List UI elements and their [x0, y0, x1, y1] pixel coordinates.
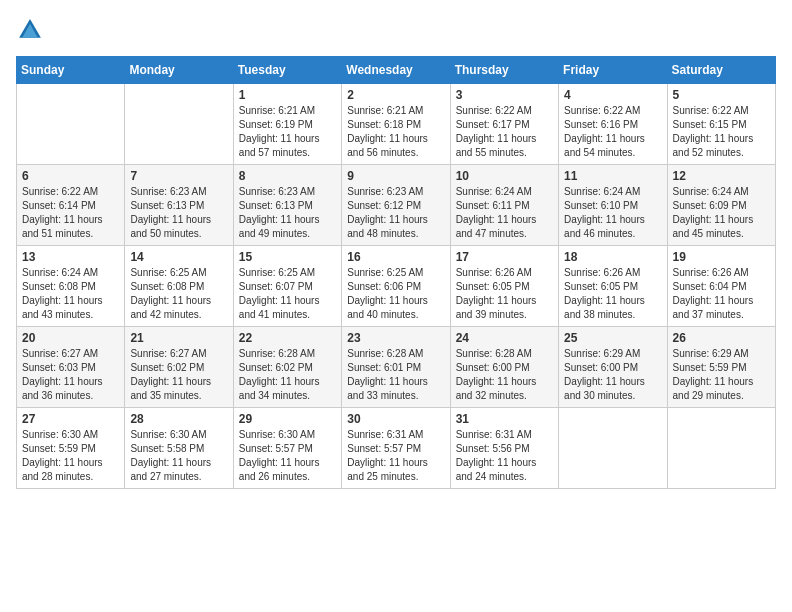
calendar-cell: 18Sunrise: 6:26 AM Sunset: 6:05 PM Dayli…: [559, 246, 667, 327]
day-number: 20: [22, 331, 119, 345]
day-info: Sunrise: 6:31 AM Sunset: 5:57 PM Dayligh…: [347, 428, 444, 484]
day-info: Sunrise: 6:26 AM Sunset: 6:05 PM Dayligh…: [564, 266, 661, 322]
day-number: 17: [456, 250, 553, 264]
day-number: 1: [239, 88, 336, 102]
calendar-cell: [17, 84, 125, 165]
calendar-cell: 12Sunrise: 6:24 AM Sunset: 6:09 PM Dayli…: [667, 165, 775, 246]
calendar-cell: 30Sunrise: 6:31 AM Sunset: 5:57 PM Dayli…: [342, 408, 450, 489]
day-info: Sunrise: 6:21 AM Sunset: 6:18 PM Dayligh…: [347, 104, 444, 160]
day-number: 25: [564, 331, 661, 345]
calendar-cell: 13Sunrise: 6:24 AM Sunset: 6:08 PM Dayli…: [17, 246, 125, 327]
calendar-cell: 9Sunrise: 6:23 AM Sunset: 6:12 PM Daylig…: [342, 165, 450, 246]
weekday-header-saturday: Saturday: [667, 57, 775, 84]
calendar-table: SundayMondayTuesdayWednesdayThursdayFrid…: [16, 56, 776, 489]
day-info: Sunrise: 6:24 AM Sunset: 6:11 PM Dayligh…: [456, 185, 553, 241]
week-row-5: 27Sunrise: 6:30 AM Sunset: 5:59 PM Dayli…: [17, 408, 776, 489]
day-number: 22: [239, 331, 336, 345]
weekday-header-tuesday: Tuesday: [233, 57, 341, 84]
day-number: 9: [347, 169, 444, 183]
calendar-cell: 2Sunrise: 6:21 AM Sunset: 6:18 PM Daylig…: [342, 84, 450, 165]
day-info: Sunrise: 6:23 AM Sunset: 6:13 PM Dayligh…: [239, 185, 336, 241]
calendar-cell: [667, 408, 775, 489]
day-info: Sunrise: 6:24 AM Sunset: 6:09 PM Dayligh…: [673, 185, 770, 241]
calendar-cell: 26Sunrise: 6:29 AM Sunset: 5:59 PM Dayli…: [667, 327, 775, 408]
calendar-cell: [559, 408, 667, 489]
day-info: Sunrise: 6:31 AM Sunset: 5:56 PM Dayligh…: [456, 428, 553, 484]
day-number: 29: [239, 412, 336, 426]
day-number: 15: [239, 250, 336, 264]
calendar-cell: 27Sunrise: 6:30 AM Sunset: 5:59 PM Dayli…: [17, 408, 125, 489]
day-info: Sunrise: 6:28 AM Sunset: 6:01 PM Dayligh…: [347, 347, 444, 403]
day-info: Sunrise: 6:24 AM Sunset: 6:08 PM Dayligh…: [22, 266, 119, 322]
calendar-cell: 14Sunrise: 6:25 AM Sunset: 6:08 PM Dayli…: [125, 246, 233, 327]
weekday-header-thursday: Thursday: [450, 57, 558, 84]
calendar-cell: 22Sunrise: 6:28 AM Sunset: 6:02 PM Dayli…: [233, 327, 341, 408]
day-info: Sunrise: 6:25 AM Sunset: 6:06 PM Dayligh…: [347, 266, 444, 322]
calendar-cell: 19Sunrise: 6:26 AM Sunset: 6:04 PM Dayli…: [667, 246, 775, 327]
day-number: 19: [673, 250, 770, 264]
day-info: Sunrise: 6:28 AM Sunset: 6:02 PM Dayligh…: [239, 347, 336, 403]
calendar-cell: 4Sunrise: 6:22 AM Sunset: 6:16 PM Daylig…: [559, 84, 667, 165]
page-header: [16, 16, 776, 44]
weekday-header-sunday: Sunday: [17, 57, 125, 84]
calendar-cell: 3Sunrise: 6:22 AM Sunset: 6:17 PM Daylig…: [450, 84, 558, 165]
calendar-cell: [125, 84, 233, 165]
day-number: 31: [456, 412, 553, 426]
weekday-header-wednesday: Wednesday: [342, 57, 450, 84]
day-info: Sunrise: 6:22 AM Sunset: 6:15 PM Dayligh…: [673, 104, 770, 160]
calendar-cell: 11Sunrise: 6:24 AM Sunset: 6:10 PM Dayli…: [559, 165, 667, 246]
calendar-cell: 17Sunrise: 6:26 AM Sunset: 6:05 PM Dayli…: [450, 246, 558, 327]
day-info: Sunrise: 6:30 AM Sunset: 5:58 PM Dayligh…: [130, 428, 227, 484]
day-number: 11: [564, 169, 661, 183]
day-info: Sunrise: 6:23 AM Sunset: 6:13 PM Dayligh…: [130, 185, 227, 241]
day-number: 14: [130, 250, 227, 264]
day-info: Sunrise: 6:29 AM Sunset: 6:00 PM Dayligh…: [564, 347, 661, 403]
day-info: Sunrise: 6:25 AM Sunset: 6:07 PM Dayligh…: [239, 266, 336, 322]
calendar-cell: 5Sunrise: 6:22 AM Sunset: 6:15 PM Daylig…: [667, 84, 775, 165]
calendar-cell: 8Sunrise: 6:23 AM Sunset: 6:13 PM Daylig…: [233, 165, 341, 246]
weekday-header-friday: Friday: [559, 57, 667, 84]
day-info: Sunrise: 6:23 AM Sunset: 6:12 PM Dayligh…: [347, 185, 444, 241]
calendar-cell: 20Sunrise: 6:27 AM Sunset: 6:03 PM Dayli…: [17, 327, 125, 408]
weekday-header-row: SundayMondayTuesdayWednesdayThursdayFrid…: [17, 57, 776, 84]
day-number: 4: [564, 88, 661, 102]
week-row-3: 13Sunrise: 6:24 AM Sunset: 6:08 PM Dayli…: [17, 246, 776, 327]
day-number: 5: [673, 88, 770, 102]
day-info: Sunrise: 6:28 AM Sunset: 6:00 PM Dayligh…: [456, 347, 553, 403]
day-number: 2: [347, 88, 444, 102]
day-number: 30: [347, 412, 444, 426]
logo: [16, 16, 48, 44]
day-number: 18: [564, 250, 661, 264]
logo-icon: [16, 16, 44, 44]
day-info: Sunrise: 6:27 AM Sunset: 6:03 PM Dayligh…: [22, 347, 119, 403]
day-number: 23: [347, 331, 444, 345]
day-info: Sunrise: 6:22 AM Sunset: 6:17 PM Dayligh…: [456, 104, 553, 160]
day-number: 21: [130, 331, 227, 345]
day-info: Sunrise: 6:21 AM Sunset: 6:19 PM Dayligh…: [239, 104, 336, 160]
calendar-cell: 28Sunrise: 6:30 AM Sunset: 5:58 PM Dayli…: [125, 408, 233, 489]
calendar-cell: 6Sunrise: 6:22 AM Sunset: 6:14 PM Daylig…: [17, 165, 125, 246]
day-info: Sunrise: 6:24 AM Sunset: 6:10 PM Dayligh…: [564, 185, 661, 241]
calendar-cell: 1Sunrise: 6:21 AM Sunset: 6:19 PM Daylig…: [233, 84, 341, 165]
day-number: 27: [22, 412, 119, 426]
calendar-cell: 10Sunrise: 6:24 AM Sunset: 6:11 PM Dayli…: [450, 165, 558, 246]
week-row-2: 6Sunrise: 6:22 AM Sunset: 6:14 PM Daylig…: [17, 165, 776, 246]
weekday-header-monday: Monday: [125, 57, 233, 84]
day-number: 6: [22, 169, 119, 183]
week-row-4: 20Sunrise: 6:27 AM Sunset: 6:03 PM Dayli…: [17, 327, 776, 408]
day-number: 10: [456, 169, 553, 183]
day-number: 3: [456, 88, 553, 102]
day-number: 12: [673, 169, 770, 183]
day-info: Sunrise: 6:25 AM Sunset: 6:08 PM Dayligh…: [130, 266, 227, 322]
day-number: 8: [239, 169, 336, 183]
day-number: 13: [22, 250, 119, 264]
day-number: 28: [130, 412, 227, 426]
week-row-1: 1Sunrise: 6:21 AM Sunset: 6:19 PM Daylig…: [17, 84, 776, 165]
day-info: Sunrise: 6:29 AM Sunset: 5:59 PM Dayligh…: [673, 347, 770, 403]
calendar-cell: 15Sunrise: 6:25 AM Sunset: 6:07 PM Dayli…: [233, 246, 341, 327]
calendar-cell: 16Sunrise: 6:25 AM Sunset: 6:06 PM Dayli…: [342, 246, 450, 327]
day-number: 16: [347, 250, 444, 264]
calendar-cell: 7Sunrise: 6:23 AM Sunset: 6:13 PM Daylig…: [125, 165, 233, 246]
calendar-cell: 21Sunrise: 6:27 AM Sunset: 6:02 PM Dayli…: [125, 327, 233, 408]
calendar-cell: 23Sunrise: 6:28 AM Sunset: 6:01 PM Dayli…: [342, 327, 450, 408]
